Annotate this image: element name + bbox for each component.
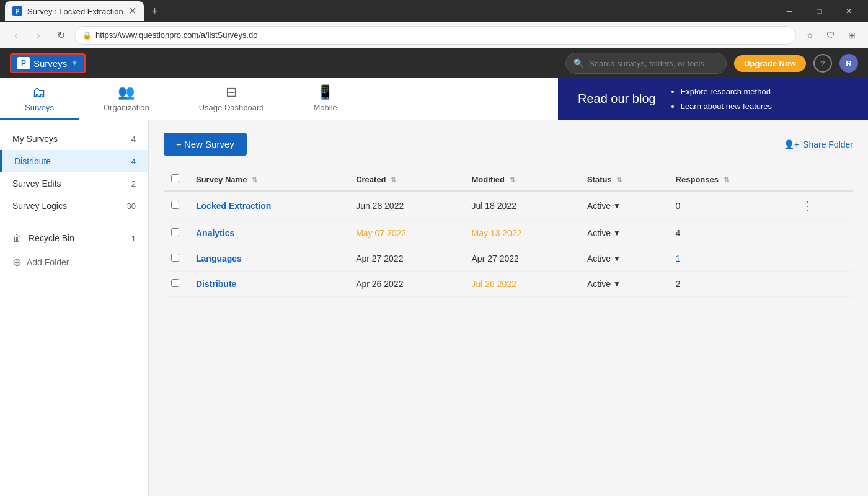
status-dropdown-arrow-icon: ▼ [613, 280, 621, 288]
search-icon: 🔍 [574, 58, 584, 68]
row-menu-cell-empty [789, 272, 853, 297]
search-bar[interactable]: 🔍 [565, 53, 727, 74]
header-survey-name: Survey Name ⇅ [188, 168, 348, 191]
row-menu-cell: ⋮ [789, 191, 853, 221]
row-checkbox-cell [164, 246, 188, 272]
sidebar-count-recycle-bin: 1 [131, 234, 136, 243]
sidebar-item-survey-logics[interactable]: Survey Logics 30 [0, 195, 148, 217]
minimize-button[interactable]: ─ [775, 1, 804, 21]
forward-button[interactable]: › [30, 27, 47, 44]
survey-name-link[interactable]: Distribute [196, 279, 236, 289]
select-all-checkbox[interactable] [171, 174, 179, 182]
tab-mobile[interactable]: 📱 Mobile [288, 78, 361, 120]
sort-created-icon[interactable]: ⇅ [391, 176, 396, 184]
add-folder-label: Add Folder [27, 257, 69, 267]
toolbar: + New Survey 👤+ Share Folder [164, 133, 853, 156]
row-created-cell: Apr 27 2022 [348, 246, 464, 272]
row-responses-cell: 4 [668, 221, 789, 246]
blog-banner[interactable]: Read our blog Explore research method Le… [558, 78, 868, 120]
row-checkbox-languages[interactable] [171, 254, 179, 262]
row-checkbox-distribute[interactable] [171, 279, 179, 287]
blog-bullets: Explore research method Learn about new … [671, 84, 772, 113]
row-modified-cell: Apr 27 2022 [464, 246, 580, 272]
survey-name-link[interactable]: Analytics [196, 228, 234, 238]
status-dropdown[interactable]: Active ▼ [587, 228, 661, 238]
survey-table: Survey Name ⇅ Created ⇅ Modified ⇅ Statu… [164, 168, 853, 297]
new-survey-button[interactable]: + New Survey [164, 133, 247, 156]
sidebar-count-distribute: 4 [131, 157, 136, 166]
browser-tab[interactable]: P Survey : Locked Extraction ✕ [5, 1, 144, 21]
reload-button[interactable]: ↻ [52, 27, 69, 44]
sidebar-item-distribute[interactable]: Distribute 4 [0, 150, 148, 172]
table-row: Analytics May 07 2022 May 13 2022 Active… [164, 221, 853, 246]
sort-responses-icon[interactable]: ⇅ [724, 176, 729, 184]
sidebar-count-survey-edits: 2 [131, 179, 136, 188]
organization-tab-label: Organization [104, 103, 149, 112]
sort-modified-icon[interactable]: ⇅ [510, 176, 515, 184]
back-button[interactable]: ‹ [7, 27, 25, 44]
row-status-cell: Active ▼ [580, 221, 668, 246]
upgrade-button[interactable]: Upgrade Now [734, 55, 806, 72]
survey-name-link[interactable]: Languages [196, 254, 242, 264]
add-folder-button[interactable]: ⊕ Add Folder [0, 249, 148, 275]
close-button[interactable]: ✕ [835, 1, 863, 21]
sort-name-icon[interactable]: ⇅ [252, 176, 257, 184]
sidebar-label-my-surveys: My Surveys [12, 134, 58, 144]
blog-bullet-1: Explore research method [681, 84, 772, 99]
nav-right-icons: ☆ 🛡 ⊞ [801, 27, 861, 44]
blog-title: Read our blog [578, 92, 656, 106]
table-header-row: Survey Name ⇅ Created ⇅ Modified ⇅ Statu… [164, 168, 853, 191]
table-row: Languages Apr 27 2022 Apr 27 2022 Active… [164, 246, 853, 272]
row-actions-button[interactable]: ⋮ [797, 197, 818, 215]
mobile-tab-label: Mobile [313, 103, 337, 112]
sort-status-icon[interactable]: ⇅ [616, 176, 622, 184]
share-folder-button[interactable]: 👤+ Share Folder [784, 140, 853, 149]
new-tab-button[interactable]: + [146, 2, 164, 21]
responses-link[interactable]: 1 [676, 254, 681, 264]
row-menu-cell-empty [789, 221, 853, 246]
recycle-bin-left: 🗑 Recycle Bin [12, 233, 74, 243]
browser-nav-bar: ‹ › ↻ 🔒 https://www.questionpro.com/a/li… [0, 22, 868, 48]
user-avatar[interactable]: R [839, 54, 858, 73]
row-responses-cell: 1 [668, 246, 789, 272]
header-actions [789, 168, 853, 191]
app-logo-icon: P [17, 57, 30, 69]
status-dropdown[interactable]: Active ▼ [587, 279, 661, 289]
tab-organization[interactable]: 👥 Organization [79, 78, 174, 120]
sidebar-item-survey-edits[interactable]: Survey Edits 2 [0, 172, 148, 195]
bookmark-button[interactable]: ☆ [801, 27, 818, 44]
survey-name-link[interactable]: Locked Extraction [196, 201, 271, 211]
maximize-button[interactable]: □ [805, 1, 833, 21]
shield-icon: 🛡 [822, 27, 839, 44]
security-icon: 🔒 [82, 31, 92, 40]
status-dropdown[interactable]: Active ▼ [587, 201, 661, 211]
search-input[interactable] [589, 59, 719, 68]
address-bar[interactable]: 🔒 https://www.questionpro.com/a/listSurv… [74, 26, 796, 45]
row-name-cell: Distribute [188, 272, 348, 297]
table-row: Locked Extraction Jun 28 2022 Jul 18 202… [164, 191, 853, 221]
app-logo-button[interactable]: P Surveys ▼ [10, 53, 86, 73]
row-name-cell: Analytics [188, 221, 348, 246]
responses-value: 2 [676, 279, 681, 289]
mobile-tab-icon: 📱 [317, 84, 334, 100]
row-name-cell: Locked Extraction [188, 191, 348, 221]
header-checkbox-col [164, 168, 188, 191]
status-dropdown[interactable]: Active ▼ [587, 254, 661, 264]
tab-surveys[interactable]: 🗂 Surveys [0, 78, 79, 120]
sidebar-label-survey-logics: Survey Logics [12, 201, 67, 211]
browser-tab-bar: P Survey : Locked Extraction ✕ + ─ □ ✕ [0, 0, 868, 22]
sidebar-item-my-surveys[interactable]: My Surveys 4 [0, 128, 148, 150]
row-status-cell: Active ▼ [580, 191, 668, 221]
row-checkbox-analytics[interactable] [171, 228, 179, 236]
row-checkbox-locked-extraction[interactable] [171, 201, 179, 209]
sidebar-item-recycle-bin[interactable]: 🗑 Recycle Bin 1 [0, 227, 148, 249]
responses-value: 4 [676, 228, 681, 238]
tab-close-button[interactable]: ✕ [128, 6, 136, 16]
row-menu-cell-empty [789, 246, 853, 272]
row-created-cell: Jun 28 2022 [348, 191, 464, 221]
help-button[interactable]: ? [813, 54, 832, 73]
header-created: Created ⇅ [348, 168, 464, 191]
status-dropdown-arrow-icon: ▼ [613, 229, 621, 237]
tab-usage-dashboard[interactable]: ⊟ Usage Dashboard [174, 78, 289, 120]
row-responses-cell: 2 [668, 272, 789, 297]
